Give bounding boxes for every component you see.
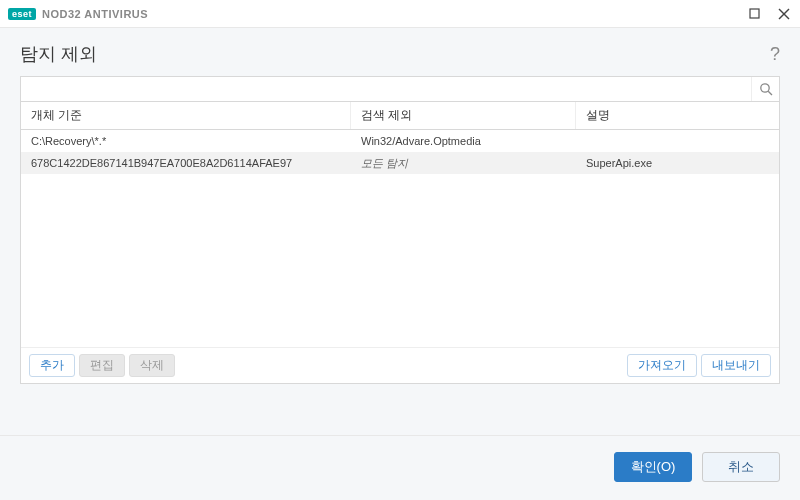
- brand-logo: eset NOD32 ANTIVIRUS: [8, 8, 148, 20]
- close-button[interactable]: [776, 6, 792, 22]
- ok-button[interactable]: 확인(O): [614, 452, 692, 482]
- brand-badge: eset: [8, 8, 36, 20]
- cell-description: SuperApi.exe: [576, 152, 779, 174]
- cell-description: [576, 130, 779, 152]
- svg-point-3: [760, 84, 768, 92]
- delete-button[interactable]: 삭제: [129, 354, 175, 377]
- maximize-button[interactable]: [746, 6, 762, 22]
- column-header-description[interactable]: 설명: [576, 102, 779, 129]
- main-content: 개체 기준 검색 제외 설명 C:\Recovery\*.*Win32/Adva…: [0, 76, 800, 396]
- cancel-button[interactable]: 취소: [702, 452, 780, 482]
- svg-rect-0: [750, 9, 759, 18]
- svg-line-4: [768, 91, 772, 95]
- column-header-object[interactable]: 개체 기준: [21, 102, 351, 129]
- import-button[interactable]: 가져오기: [627, 354, 697, 377]
- titlebar: eset NOD32 ANTIVIRUS: [0, 0, 800, 28]
- export-button[interactable]: 내보내기: [701, 354, 771, 377]
- cell-exclusion: Win32/Advare.Optmedia: [351, 130, 576, 152]
- cell-object: 678C1422DE867141B947EA700E8A2D6114AFAE97: [21, 152, 351, 174]
- table-header: 개체 기준 검색 제외 설명: [21, 102, 779, 130]
- product-name: NOD32 ANTIVIRUS: [42, 8, 148, 20]
- page-header: 탐지 제외 ?: [0, 28, 800, 76]
- search-input[interactable]: [21, 77, 751, 101]
- table-row[interactable]: 678C1422DE867141B947EA700E8A2D6114AFAE97…: [21, 152, 779, 174]
- dialog-footer: 확인(O) 취소: [0, 435, 800, 500]
- search-bar: [20, 76, 780, 102]
- edit-button[interactable]: 편집: [79, 354, 125, 377]
- cell-exclusion: 모든 탐지: [351, 152, 576, 174]
- add-button[interactable]: 추가: [29, 354, 75, 377]
- help-icon[interactable]: ?: [770, 44, 780, 65]
- content-area: 탐지 제외 ? 개체 기준 검색 제외 설명 C:\Recovery\*.*Wi…: [0, 28, 800, 500]
- table-toolbar: 추가 편집 삭제 가져오기 내보내기: [21, 347, 779, 383]
- table-body: C:\Recovery\*.*Win32/Advare.Optmedia678C…: [21, 130, 779, 347]
- window-controls: [746, 6, 792, 22]
- column-header-exclusion[interactable]: 검색 제외: [351, 102, 576, 129]
- page-title: 탐지 제외: [20, 42, 97, 66]
- exclusions-table: 개체 기준 검색 제외 설명 C:\Recovery\*.*Win32/Adva…: [20, 102, 780, 384]
- cell-object: C:\Recovery\*.*: [21, 130, 351, 152]
- table-row[interactable]: C:\Recovery\*.*Win32/Advare.Optmedia: [21, 130, 779, 152]
- search-button[interactable]: [751, 77, 779, 101]
